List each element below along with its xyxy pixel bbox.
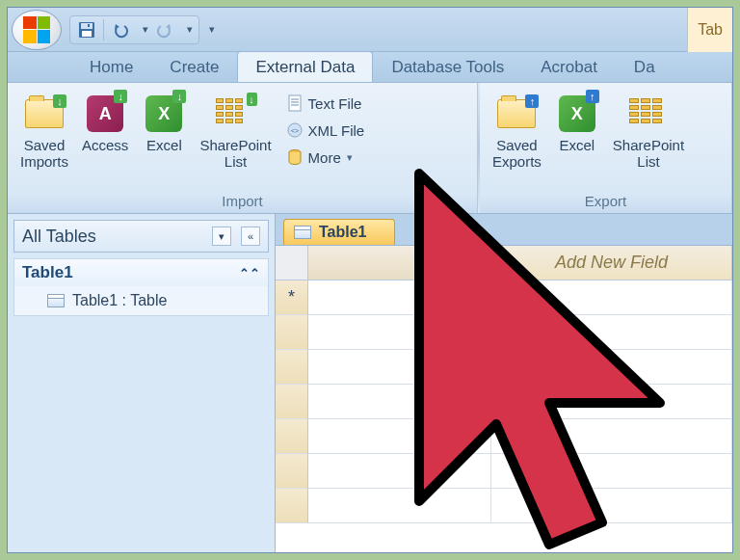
folder-export-icon: ↑ <box>497 99 536 128</box>
tab-home[interactable]: Home <box>71 51 151 82</box>
svg-text:<>: <> <box>291 127 299 134</box>
ribbon: ↓ Saved Imports A↓ Access X↓ Excel ↓ Sha… <box>8 83 732 214</box>
redo-button[interactable] <box>154 19 175 40</box>
import-text-file-label: Text File <box>308 95 362 112</box>
ribbon-group-export: ↑ Saved Exports X↑ Excel SharePoint List… <box>480 83 732 213</box>
svg-rect-3 <box>88 24 90 27</box>
import-sharepoint-button[interactable]: ↓ SharePoint List <box>193 87 278 174</box>
cell-id-new[interactable]: (New) <box>308 280 491 315</box>
import-xml-file-label: XML File <box>308 122 365 139</box>
nav-section-title: Table1 <box>22 263 73 282</box>
excel-icon: X↓ <box>145 95 182 132</box>
datasheet-view: ID Add New Field * (New) <box>276 245 732 552</box>
table-icon <box>294 226 311 239</box>
office-logo-icon <box>23 16 50 43</box>
contextual-tab-label: Tab <box>698 21 723 39</box>
quick-access-toolbar: ▾ ▾ ▾ Tab <box>8 8 732 52</box>
svg-rect-2 <box>82 31 92 37</box>
new-record-row: * (New) <box>276 280 732 315</box>
datasheet-header-row: ID Add New Field <box>276 246 732 280</box>
document-tab-table1[interactable]: Table1 <box>283 219 395 245</box>
contextual-tab-group: Tab <box>687 8 732 52</box>
navigation-pane-title: All Tables <box>22 227 96 247</box>
tab-acrobat[interactable]: Acrobat <box>522 51 616 82</box>
svg-rect-4 <box>289 95 301 111</box>
undo-icon <box>112 21 129 39</box>
chevron-down-icon: ▾ <box>219 230 225 243</box>
import-sharepoint-label: SharePoint List <box>199 138 271 170</box>
qat-cluster: ▾ ▾ <box>69 15 199 44</box>
text-file-icon <box>285 93 304 113</box>
import-text-file-button[interactable]: Text File <box>280 91 370 116</box>
import-more-button[interactable]: More ▾ <box>280 145 370 170</box>
document-area: Table1 ID Add New Field * (New) <box>276 214 732 552</box>
import-excel-button[interactable]: X↓ Excel <box>135 87 193 159</box>
cell-newfield-new[interactable] <box>491 280 732 315</box>
tab-create[interactable]: Create <box>151 51 237 82</box>
import-excel-label: Excel <box>146 138 182 154</box>
saved-imports-button[interactable]: ↓ Saved Imports <box>13 87 75 174</box>
undo-button[interactable] <box>110 19 131 40</box>
nav-collapse-button[interactable]: « <box>241 227 260 246</box>
xml-file-icon: <> <box>285 120 304 140</box>
saved-exports-button[interactable]: ↑ Saved Exports <box>486 87 548 174</box>
nav-section-table1: Table1 ⌃⌃ Table1 : Table <box>13 258 269 316</box>
save-button[interactable] <box>76 19 97 40</box>
export-sharepoint-label: SharePoint List <box>613 138 684 170</box>
export-group-label: Export <box>486 191 726 211</box>
import-access-button[interactable]: A↓ Access <box>75 87 135 159</box>
nav-dropdown-button[interactable]: ▾ <box>212 227 231 246</box>
export-excel-label: Excel <box>560 138 595 154</box>
ribbon-group-import: ↓ Saved Imports A↓ Access X↓ Excel ↓ Sha… <box>8 83 478 213</box>
collapse-chevron-icon: ⌃⌃ <box>239 266 260 280</box>
row-selector-new[interactable]: * <box>276 280 308 315</box>
document-tab-label: Table1 <box>319 224 367 241</box>
nav-item-table1[interactable]: Table1 : Table <box>14 286 268 315</box>
database-icon <box>285 147 304 167</box>
application-window: ▾ ▾ ▾ Tab Home Create External Data Data… <box>7 7 733 553</box>
redo-icon <box>156 21 173 39</box>
qat-customize-dropdown[interactable]: ▾ <box>209 23 215 36</box>
import-access-label: Access <box>82 138 128 154</box>
column-header-id[interactable]: ID <box>308 246 491 280</box>
table-icon <box>47 294 65 307</box>
folder-import-icon: ↓ <box>25 99 64 128</box>
tab-external-data[interactable]: External Data <box>237 51 373 82</box>
chevron-down-icon: ▾ <box>347 151 353 164</box>
ribbon-tab-strip: Home Create External Data Database Tools… <box>8 52 732 83</box>
floppy-disk-icon <box>78 21 95 39</box>
redo-dropdown: ▾ <box>187 23 193 36</box>
import-xml-file-button[interactable]: <> XML File <box>280 118 370 143</box>
nav-item-label: Table1 : Table <box>72 292 167 309</box>
export-sharepoint-button[interactable]: SharePoint List <box>606 87 691 174</box>
undo-dropdown[interactable]: ▾ <box>143 23 148 36</box>
svg-rect-1 <box>81 23 92 29</box>
saved-exports-label: Saved Exports <box>492 138 542 170</box>
sharepoint-list-icon <box>629 98 668 129</box>
workspace: All Tables ▾ « Table1 ⌃⌃ Table1 : Table <box>8 214 732 552</box>
navigation-pane: All Tables ▾ « Table1 ⌃⌃ Table1 : Table <box>8 214 276 552</box>
chevron-left-double-icon: « <box>248 230 253 242</box>
excel-icon: X↑ <box>559 95 595 132</box>
export-excel-button[interactable]: X↑ Excel <box>548 87 606 159</box>
tab-database-tools[interactable]: Database Tools <box>373 51 522 82</box>
import-group-label: Import <box>13 191 471 211</box>
document-tab-strip: Table1 <box>276 214 732 245</box>
column-header-add-new-field[interactable]: Add New Field <box>491 246 732 280</box>
access-icon: A↓ <box>87 95 123 132</box>
nav-section-header[interactable]: Table1 ⌃⌃ <box>14 259 268 286</box>
import-more-label: More <box>308 149 341 166</box>
select-all-corner[interactable] <box>276 246 308 280</box>
saved-imports-label: Saved Imports <box>20 138 68 170</box>
office-button[interactable] <box>12 10 62 50</box>
tab-truncated[interactable]: Da <box>616 51 660 82</box>
navigation-pane-header[interactable]: All Tables ▾ « <box>13 220 269 253</box>
sharepoint-list-icon: ↓ <box>216 98 254 129</box>
